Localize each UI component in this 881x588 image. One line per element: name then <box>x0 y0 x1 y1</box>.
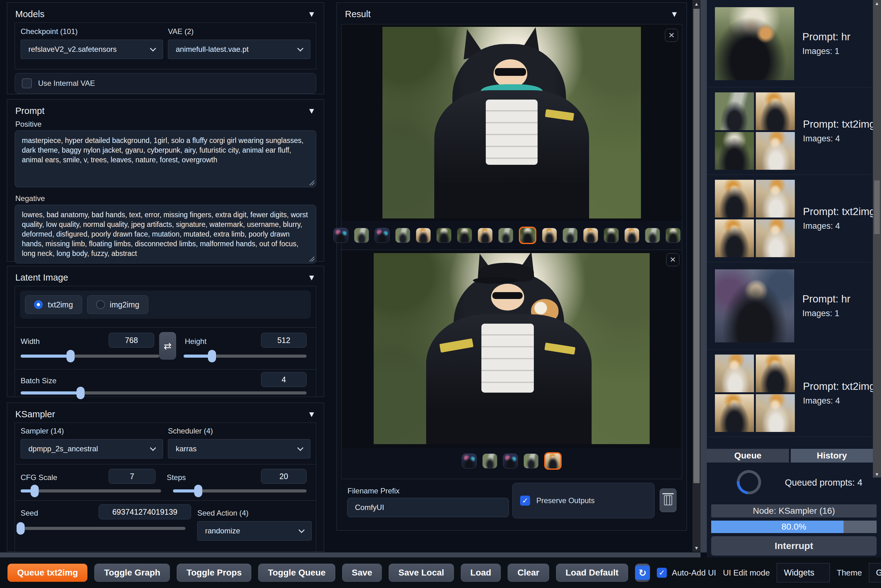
gallery-thumbnail[interactable] <box>624 228 639 243</box>
slider-knob[interactable] <box>194 485 202 497</box>
vae-select[interactable]: animefull-latest.vae.pt <box>168 40 310 59</box>
gallery-thumbnail[interactable] <box>583 228 598 243</box>
save-local-button[interactable]: Save Local <box>389 564 453 582</box>
queue-txt2img-button[interactable]: Queue txt2img <box>8 564 87 582</box>
delete-outputs-button[interactable] <box>660 489 677 512</box>
latent-form: txt2img img2img Width 768 ⇄ Height 512 <box>15 286 316 397</box>
sampler-select[interactable]: dpmpp_2s_ancestral <box>21 439 163 459</box>
result-image-1[interactable] <box>383 27 641 219</box>
seed-input[interactable]: 693741274019139 <box>99 504 191 519</box>
slider-knob[interactable] <box>208 350 216 362</box>
seed-action-select[interactable]: randomize <box>197 521 312 540</box>
slider-knob[interactable] <box>66 350 75 362</box>
scroll-down-icon[interactable]: ▼ <box>692 545 701 550</box>
horizontal-scrollbar[interactable] <box>0 552 701 557</box>
latent-accordion-header[interactable]: Latent Image ▼ <box>7 266 324 286</box>
gallery-thumbnail[interactable] <box>462 453 477 468</box>
history-item[interactable]: Prompt: hrImages: 1 <box>707 262 881 350</box>
scrollbar-thumb[interactable] <box>693 9 699 483</box>
history-item[interactable]: Prompt: txt2imgImages: 4 <box>707 175 881 262</box>
gallery-thumbnail[interactable] <box>604 228 619 243</box>
radio-dot-icon <box>96 300 105 309</box>
radio-img2img[interactable]: img2img <box>87 295 148 314</box>
ksampler-accordion-header[interactable]: KSampler ▼ <box>7 403 324 423</box>
gallery-thumbnail[interactable] <box>645 228 660 243</box>
result-accordion-header[interactable]: Result ▼ <box>337 3 686 22</box>
close-image-button[interactable]: × <box>665 29 678 42</box>
theme-select[interactable]: Gradio Dark <box>869 563 881 582</box>
scheduler-select[interactable]: karras <box>168 439 310 459</box>
preserve-outputs-checkbox[interactable] <box>520 496 530 506</box>
toggle-queue-button[interactable]: Toggle Queue <box>258 564 335 582</box>
widgets-select[interactable]: Widgets <box>777 563 830 582</box>
seed-slider[interactable] <box>21 527 185 530</box>
filename-prefix-input[interactable]: ComfyUI <box>347 498 509 517</box>
slider-knob[interactable] <box>17 522 25 535</box>
slider-knob[interactable] <box>77 387 85 399</box>
collapse-arrow-icon: ▼ <box>308 410 316 419</box>
checkpoint-select[interactable]: refslaveV2_v2.safetensors <box>21 40 163 59</box>
progress-bar: 80.0% <box>711 520 876 533</box>
width-slider[interactable] <box>21 354 159 358</box>
models-accordion-header[interactable]: Models ▼ <box>7 3 324 22</box>
main-vertical-scrollbar[interactable]: ▲ ▼ <box>692 0 701 552</box>
history-item[interactable]: Prompt: txt2imgImages: 4 <box>707 350 881 437</box>
scrollbar-thumb[interactable] <box>874 180 880 234</box>
batch-size-input[interactable]: 4 <box>261 372 306 387</box>
tab-history[interactable]: History <box>791 449 873 462</box>
tab-queue[interactable]: Queue <box>707 449 789 462</box>
batch-size-slider[interactable] <box>21 392 306 394</box>
save-button[interactable]: Save <box>342 564 382 582</box>
use-internal-vae-checkbox[interactable] <box>22 78 32 88</box>
result-image-2[interactable] <box>374 253 650 444</box>
cfg-scale-slider[interactable] <box>21 489 161 492</box>
result-viewer: × <box>341 24 682 479</box>
gallery-thumbnail[interactable] <box>354 228 369 243</box>
gallery-thumbnail[interactable] <box>503 453 518 468</box>
swap-dimensions-button[interactable]: ⇄ <box>159 332 176 360</box>
prompt-accordion-header[interactable]: Prompt ▼ <box>7 99 324 119</box>
negative-prompt-textarea[interactable]: lowres, bad anatomy, bad hands, text, er… <box>15 205 316 263</box>
gallery-thumbnail[interactable] <box>395 228 410 243</box>
auto-add-ui-checkbox[interactable] <box>657 568 667 578</box>
gallery-thumbnail[interactable] <box>375 228 390 243</box>
height-slider[interactable] <box>183 354 306 358</box>
slider-knob[interactable] <box>31 485 39 497</box>
scroll-down-icon[interactable]: ▼ <box>873 472 881 477</box>
gallery-thumbnail[interactable] <box>544 452 561 470</box>
gallery-thumbnail[interactable] <box>478 228 493 243</box>
gallery-thumbnail[interactable] <box>498 228 513 243</box>
gallery-thumbnail[interactable] <box>542 228 557 243</box>
load-button[interactable]: Load <box>461 564 501 582</box>
scroll-up-icon[interactable]: ▲ <box>692 1 701 6</box>
gallery-thumbnail[interactable] <box>437 228 452 243</box>
toggle-graph-button[interactable]: Toggle Graph <box>94 564 170 582</box>
positive-prompt-textarea[interactable]: masterpiece, hyper detailed background, … <box>15 130 316 187</box>
refresh-button[interactable]: ↻ <box>635 564 650 582</box>
history-vertical-scrollbar[interactable]: ▲ ▼ <box>873 0 881 477</box>
height-input[interactable]: 512 <box>261 333 306 348</box>
gallery-thumbnail[interactable] <box>524 453 539 468</box>
load-default-button[interactable]: Load Default <box>556 564 629 582</box>
radio-txt2img[interactable]: txt2img <box>25 295 82 314</box>
width-input[interactable]: 768 <box>109 333 154 348</box>
history-thumbnail <box>756 180 795 218</box>
gallery-thumbnail[interactable] <box>416 228 431 243</box>
steps-slider[interactable] <box>173 489 306 492</box>
close-image-button[interactable]: × <box>666 253 679 266</box>
gallery-thumbnail[interactable] <box>482 453 497 468</box>
interrupt-button[interactable]: Interrupt <box>711 536 876 555</box>
toggle-props-button[interactable]: Toggle Props <box>177 564 251 582</box>
gallery-thumbnail[interactable] <box>457 228 472 243</box>
gallery-thumbnail[interactable] <box>519 226 536 244</box>
scroll-up-icon[interactable]: ▲ <box>873 1 881 6</box>
steps-input[interactable]: 20 <box>261 469 306 484</box>
gallery-thumbnail[interactable] <box>563 228 578 243</box>
cfg-scale-input[interactable]: 7 <box>109 469 156 484</box>
history-item[interactable]: Prompt: txt2imgImages: 4 <box>707 87 881 175</box>
gallery-thumbnail[interactable] <box>333 228 348 243</box>
panel-splitter[interactable] <box>701 0 707 552</box>
history-item[interactable]: Prompt: hrImages: 1 <box>707 0 881 87</box>
clear-button[interactable]: Clear <box>507 564 549 582</box>
gallery-thumbnail[interactable] <box>666 228 681 243</box>
